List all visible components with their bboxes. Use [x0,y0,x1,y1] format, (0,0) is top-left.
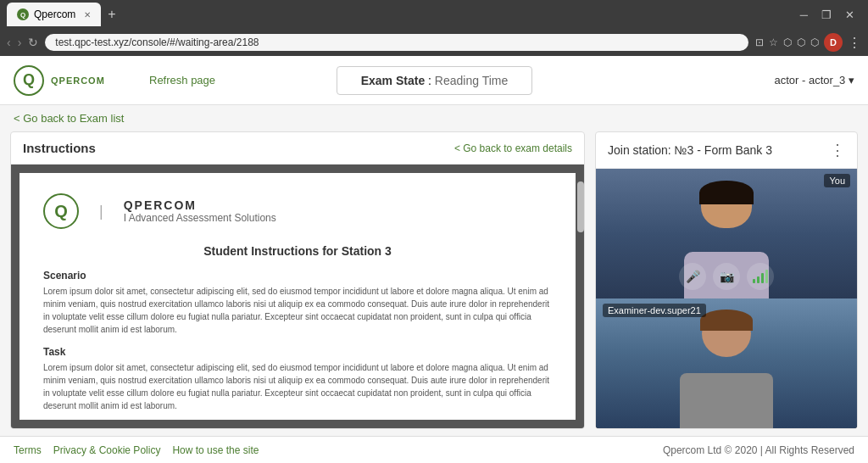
extension-icon3: ⬡ [810,36,819,48]
video-body: You 🎤 📷 [596,169,857,428]
new-tab-button[interactable]: + [104,7,119,22]
video-title: Join station: №3 - Form Bank 3 [608,143,772,157]
back-button[interactable]: ‹ [7,36,11,49]
video-controls-top: 🎤 📷 [679,263,774,290]
doc-task-text: Lorem ipsum dolor sit amet, consectetur … [43,361,552,412]
doc-brand-area: QPERCOM I Advanced Assessment Solutions [124,198,276,224]
terms-link[interactable]: Terms [14,444,42,456]
bookmark-icon[interactable]: ☆ [769,36,778,48]
breadcrumb: < Go back to Exam list [0,105,868,131]
video-menu-button[interactable]: ⋮ [830,141,845,159]
address-bar[interactable]: test.qpc-test.xyz/console/#/waiting-area… [45,34,748,51]
exam-state-badge: Exam State : Reading Time [337,66,533,95]
doc-tagline-text: I Advanced Assessment Solutions [124,212,276,224]
back-to-exam-details-link[interactable]: < Go back to exam details [454,142,572,154]
microphone-button[interactable]: 🎤 [679,263,706,290]
doc-scenario-text: Lorem ipsum dolor sit amet, consectetur … [43,285,552,336]
tab-favicon: Q [17,8,29,20]
doc-station-title: Student Instructions for Station 3 [43,244,552,258]
exam-state-value: Reading Time [435,74,508,87]
app-footer: Terms Privacy & Cookie Policy How to use… [0,436,868,463]
extension-icon2: ⬡ [797,36,805,48]
doc-logo-area: Q | QPERCOM I Advanced Assessment Soluti… [43,193,552,229]
tab-close-button[interactable]: ✕ [84,10,91,20]
signal-button[interactable] [747,263,774,290]
camera-button[interactable]: 📷 [713,263,740,290]
doc-task-heading: Task [43,346,552,358]
logo-text: QPERCOM [51,75,105,86]
exam-state-label: Exam State [361,74,425,87]
privacy-link[interactable]: Privacy & Cookie Policy [53,444,161,456]
refresh-page-button[interactable]: Refresh page [149,74,215,86]
logo-q-letter: Q [23,71,35,89]
instructions-panel: Instructions < Go back to exam details Q… [10,131,585,429]
doc-logo-circle: Q [43,193,79,229]
logo-icon: Q [14,65,44,96]
doc-scenario-heading: Scenario [43,270,552,282]
logo-area: Q QPERCOM [14,65,149,96]
main-content: Instructions < Go back to exam details Q… [0,131,868,436]
video-bottom-examiner: Examiner-dev.super21 [596,298,857,428]
browser-chrome: Q Qpercom ✕ + ─ ❐ ✕ [0,0,868,29]
close-button[interactable]: ✕ [845,8,854,21]
reload-button[interactable]: ↻ [28,36,38,49]
video-panel: Join station: №3 - Form Bank 3 ⋮ You 🎤 [595,131,858,429]
actor-dropdown[interactable]: actor - actor_3 ▾ [775,74,854,86]
cast-icon: ⊡ [755,36,764,48]
examiner-label: Examiner-dev.super21 [603,304,706,317]
minimize-button[interactable]: ─ [800,8,808,21]
doc-q-letter: Q [54,202,68,221]
camera-icon: 📷 [720,270,734,283]
video-top-you: You 🎤 📷 [596,169,857,298]
instructions-title: Instructions [23,141,96,155]
doc-brand-text: QPERCOM [124,198,276,212]
back-to-exam-list-link[interactable]: < Go back to Exam list [14,112,124,125]
document-container[interactable]: Q | QPERCOM I Advanced Assessment Soluti… [19,173,576,420]
instructions-body: Q | QPERCOM I Advanced Assessment Soluti… [11,165,584,428]
microphone-icon: 🎤 [686,270,700,283]
forward-button[interactable]: › [18,36,22,49]
menu-icon[interactable]: ⋮ [848,35,861,51]
footer-links: Terms Privacy & Cookie Policy How to use… [14,444,259,456]
instructions-header: Instructions < Go back to exam details [11,132,584,165]
signal-bars-icon [753,270,768,283]
tab-title: Qpercom [34,8,75,20]
browser-tab[interactable]: Q Qpercom ✕ [7,3,101,26]
app-header: Q QPERCOM Refresh page Exam State : Read… [0,56,868,105]
scrollbar-thumb[interactable] [577,181,584,232]
how-to-link[interactable]: How to use the site [172,444,259,456]
profile-button[interactable]: D [824,33,843,52]
extension-icon1: ⬡ [783,36,792,48]
you-label: You [824,174,850,187]
restore-button[interactable]: ❐ [821,8,832,21]
copyright-text: Qpercom Ltd © 2020 | All Rights Reserved [663,444,854,456]
video-header: Join station: №3 - Form Bank 3 ⋮ [596,132,857,169]
